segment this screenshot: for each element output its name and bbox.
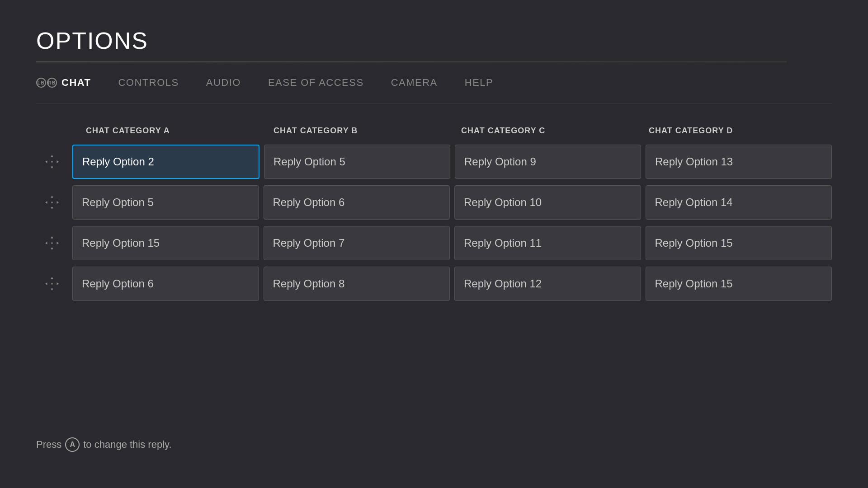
a-button-icon: A: [65, 437, 80, 452]
tab-camera-label: CAMERA: [391, 77, 438, 88]
tab-audio-label: AUDIO: [206, 77, 241, 88]
footer-hint: Press A to change this reply.: [36, 437, 172, 452]
chat-grid: CHAT CATEGORY A CHAT CATEGORY B CHAT CAT…: [36, 126, 832, 307]
move-icon-3: [36, 235, 68, 251]
cell-3-d[interactable]: Reply Option 15: [646, 226, 832, 260]
cell-2-a[interactable]: Reply Option 5: [72, 185, 259, 220]
category-header-d: CHAT CATEGORY D: [644, 126, 832, 136]
category-header-c: CHAT CATEGORY C: [457, 126, 644, 136]
cell-1-b[interactable]: Reply Option 5: [264, 145, 450, 179]
cell-2-c[interactable]: Reply Option 10: [454, 185, 641, 220]
tab-audio[interactable]: AUDIO: [206, 75, 241, 90]
controller-bumper-icons: LB RB: [36, 78, 57, 88]
category-header-b: CHAT CATEGORY B: [269, 126, 457, 136]
grid-row-3: Reply Option 15 Reply Option 7 Reply Opt…: [36, 226, 832, 260]
cell-4-d[interactable]: Reply Option 15: [646, 267, 832, 301]
tab-help[interactable]: HELP: [465, 75, 493, 90]
tab-camera[interactable]: CAMERA: [391, 75, 438, 90]
page-title: OPTIONS: [36, 27, 832, 54]
hint-post: to change this reply.: [83, 439, 171, 450]
cell-1-a[interactable]: Reply Option 2: [72, 145, 259, 179]
row-1-cells: Reply Option 2 Reply Option 5 Reply Opti…: [72, 145, 832, 179]
category-headers: CHAT CATEGORY A CHAT CATEGORY B CHAT CAT…: [81, 126, 832, 136]
lb-icon: LB: [36, 78, 46, 88]
tab-ease-of-access-label: EASE OF ACCESS: [268, 77, 364, 88]
grid-row-1: Reply Option 2 Reply Option 5 Reply Opti…: [36, 145, 832, 179]
tab-chat-label: CHAT: [61, 77, 91, 89]
row-2-cells: Reply Option 5 Reply Option 6 Reply Opti…: [72, 185, 832, 220]
row-4-cells: Reply Option 6 Reply Option 8 Reply Opti…: [72, 267, 832, 301]
grid-row-4: Reply Option 6 Reply Option 8 Reply Opti…: [36, 267, 832, 301]
cell-4-c[interactable]: Reply Option 12: [454, 267, 641, 301]
category-header-a: CHAT CATEGORY A: [81, 126, 269, 136]
cell-4-b[interactable]: Reply Option 8: [264, 267, 450, 301]
grid-row-2: Reply Option 5 Reply Option 6 Reply Opti…: [36, 185, 832, 220]
move-icon-4: [36, 276, 68, 292]
tab-controls[interactable]: CONTROLS: [118, 75, 179, 90]
cell-2-d[interactable]: Reply Option 14: [646, 185, 832, 220]
move-icon-2: [36, 194, 68, 211]
hint-pre: Press: [36, 439, 61, 450]
tab-ease-of-access[interactable]: EASE OF ACCESS: [268, 75, 364, 90]
cell-3-a[interactable]: Reply Option 15: [72, 226, 259, 260]
cell-3-c[interactable]: Reply Option 11: [454, 226, 641, 260]
cell-1-d[interactable]: Reply Option 13: [646, 145, 832, 179]
cell-4-a[interactable]: Reply Option 6: [72, 267, 259, 301]
tab-controls-label: CONTROLS: [118, 77, 179, 88]
cell-3-b[interactable]: Reply Option 7: [264, 226, 450, 260]
nav-tabs: LB RB CHAT CONTROLS AUDIO EASE OF ACCESS…: [36, 62, 832, 103]
cell-1-c[interactable]: Reply Option 9: [455, 145, 641, 179]
tab-help-label: HELP: [465, 77, 493, 88]
rb-icon: RB: [47, 78, 57, 88]
move-icon-1: [36, 154, 68, 170]
tab-chat[interactable]: LB RB CHAT: [36, 75, 91, 90]
row-3-cells: Reply Option 15 Reply Option 7 Reply Opt…: [72, 226, 832, 260]
cell-2-b[interactable]: Reply Option 6: [264, 185, 450, 220]
